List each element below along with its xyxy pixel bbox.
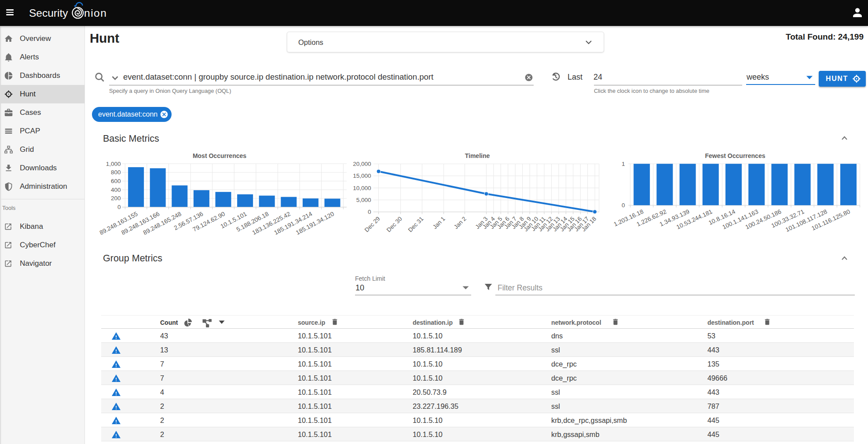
svg-text:5,000: 5,000 — [356, 197, 371, 203]
svg-text:Fewest Occurrences: Fewest Occurrences — [705, 152, 765, 159]
svg-text:Dec 30: Dec 30 — [385, 216, 403, 234]
svg-text:20,000: 20,000 — [353, 161, 371, 167]
svg-text:15,000: 15,000 — [353, 172, 371, 179]
svg-text:0: 0 — [622, 202, 625, 209]
svg-text:0: 0 — [368, 209, 371, 215]
svg-text:0: 0 — [117, 204, 121, 210]
svg-text:Jan 1: Jan 1 — [432, 216, 447, 231]
svg-text:1,000: 1,000 — [106, 161, 121, 167]
svg-text:1: 1 — [622, 161, 625, 167]
svg-text:Most Occurrences: Most Occurrences — [193, 152, 246, 159]
svg-text:800: 800 — [111, 169, 121, 176]
svg-text:400: 400 — [111, 187, 121, 193]
svg-text:200: 200 — [111, 195, 121, 202]
svg-text:101.116.125.80: 101.116.125.80 — [810, 208, 851, 232]
svg-text:10,000: 10,000 — [353, 185, 371, 191]
svg-text:Dec 29: Dec 29 — [363, 216, 381, 234]
svg-text:Timeline: Timeline — [465, 152, 490, 159]
svg-text:185.191.34.120: 185.191.34.120 — [295, 210, 335, 236]
svg-text:600: 600 — [111, 178, 121, 184]
svg-text:Jan 2: Jan 2 — [453, 216, 468, 231]
svg-text:Dec 31: Dec 31 — [407, 216, 425, 234]
